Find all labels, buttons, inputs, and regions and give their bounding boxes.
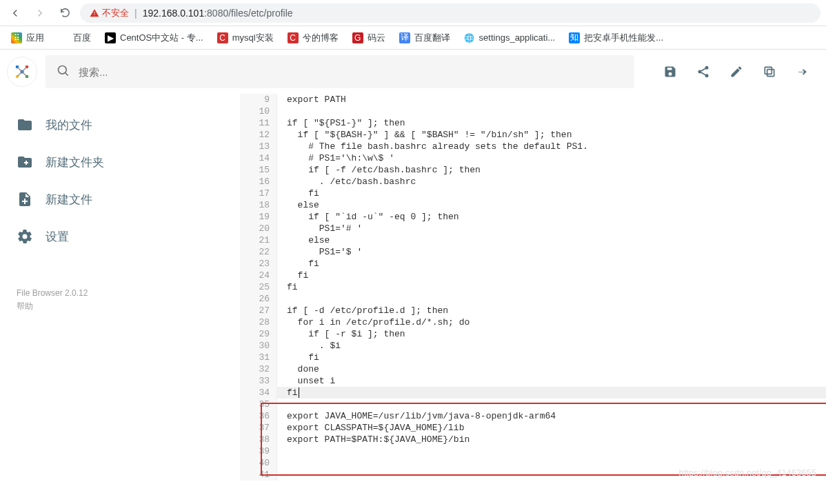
new-folder-icon — [17, 154, 33, 170]
share-button[interactable] — [696, 65, 710, 79]
bookmarks-bar: ⠿应用 ✿百度 ▶CentOS中文站 - 专... Cmysql安装 C兮的博客… — [0, 26, 826, 50]
svg-rect-12 — [767, 70, 774, 77]
bookmark-label: mysql安装 — [232, 32, 274, 44]
reload-button[interactable] — [55, 3, 74, 23]
code-line[interactable] — [277, 445, 826, 457]
code-line[interactable]: export PATH=$PATH:${JAVA_HOME}/bin — [277, 434, 826, 445]
settings-icon — [17, 228, 33, 245]
code-line[interactable]: if [ "${BASH-}" ] && [ "$BASH" != "/bin/… — [277, 129, 826, 141]
zhihu-icon: 知 — [569, 32, 580, 43]
code-line[interactable]: else — [277, 199, 826, 211]
code-line[interactable]: fi — [277, 270, 826, 281]
bookmark-baidu[interactable]: ✿百度 — [52, 29, 97, 47]
save-button[interactable] — [663, 65, 677, 79]
code-line[interactable]: export CLASSPATH=${JAVA_HOME}/lib — [277, 422, 826, 434]
code-line[interactable]: done — [277, 363, 826, 375]
code-line[interactable]: fi — [277, 188, 826, 199]
search-box[interactable] — [46, 55, 634, 88]
bookmark-label: 百度翻译 — [414, 32, 450, 44]
code-area[interactable]: export PATHif [ "${PS1-}" ]; then if [ "… — [277, 94, 826, 481]
code-line[interactable]: . $i — [277, 340, 826, 352]
code-line[interactable] — [277, 293, 826, 305]
bookmark-label: 兮的博客 — [303, 32, 339, 44]
bookmark-label: CentOS中文站 - 专... — [120, 32, 203, 44]
gitee-icon: G — [352, 32, 363, 43]
favicon-icon: C — [288, 32, 299, 43]
sidebar-label: 设置 — [46, 229, 69, 245]
bookmark-label: 应用 — [26, 32, 44, 44]
insecure-badge: 不安全 — [90, 7, 129, 19]
insecure-label: 不安全 — [102, 7, 129, 19]
code-line[interactable]: PS1='$ ' — [277, 246, 826, 258]
bookmark-label: 码云 — [367, 32, 385, 44]
back-button[interactable] — [6, 3, 25, 23]
favicon-icon: C — [217, 32, 228, 43]
code-line[interactable]: else — [277, 234, 826, 246]
bookmark-label: settings_applicati... — [479, 32, 556, 43]
bookmark-android[interactable]: 知把安卓手机性能发... — [563, 29, 669, 47]
app-header — [0, 50, 826, 94]
edit-button[interactable] — [729, 65, 743, 79]
search-input[interactable] — [79, 66, 623, 78]
bookmark-centos[interactable]: ▶CentOS中文站 - 专... — [99, 29, 209, 47]
new-file-icon — [17, 191, 33, 208]
code-line[interactable] — [277, 399, 826, 410]
url-text: 192.168.0.101:8080/files/etc/profile — [143, 8, 293, 19]
svg-point-9 — [705, 66, 709, 70]
forward-arrow-button[interactable] — [796, 65, 809, 79]
bookmark-label: 百度 — [73, 32, 91, 44]
code-line[interactable]: export PATH — [277, 94, 826, 105]
address-bar[interactable]: 不安全 | 192.168.0.101:8080/files/etc/profi… — [80, 3, 820, 23]
sidebar-item-new-folder[interactable]: 新建文件夹 — [12, 143, 233, 181]
app-logo[interactable] — [7, 57, 37, 87]
code-line[interactable]: fi — [277, 387, 826, 399]
action-toolbar — [643, 65, 815, 79]
code-line[interactable]: for i in /etc/profile.d/*.sh; do — [277, 316, 826, 328]
sidebar-label: 新建文件夹 — [46, 154, 104, 170]
bookmark-translate[interactable]: 译百度翻译 — [394, 29, 456, 47]
code-line[interactable]: . /etc/bash.bashrc — [277, 176, 826, 188]
code-line[interactable]: fi — [277, 352, 826, 363]
bookmark-mysql[interactable]: Cmysql安装 — [212, 29, 279, 47]
code-line[interactable]: if [ -f /etc/bash.bashrc ]; then — [277, 164, 826, 176]
baidu-icon: ✿ — [58, 32, 69, 43]
code-line[interactable]: if [ -r $i ]; then — [277, 328, 826, 340]
bookmark-blog[interactable]: C兮的博客 — [282, 29, 344, 47]
centos-icon: ▶ — [105, 32, 116, 43]
code-line[interactable]: export JAVA_HOME=/usr/lib/jvm/java-8-ope… — [277, 410, 826, 422]
bookmark-apps[interactable]: ⠿应用 — [6, 29, 50, 47]
folder-icon — [17, 117, 33, 133]
help-link[interactable]: 帮助 — [17, 300, 233, 313]
watermark-text: https://blog.csdn.net/qq_41463655 — [679, 467, 817, 478]
code-line[interactable]: fi — [277, 281, 826, 293]
code-line[interactable]: if [ "${PS1-}" ]; then — [277, 117, 826, 129]
app-version: File Browser 2.0.12 — [17, 287, 233, 300]
forward-button[interactable] — [30, 3, 50, 23]
apps-icon: ⠿ — [11, 32, 22, 43]
code-line[interactable]: unset i — [277, 375, 826, 387]
code-line[interactable]: # PS1='\h:\w\$ ' — [277, 152, 826, 164]
code-line[interactable]: # The file bash.bashrc already sets the … — [277, 141, 826, 152]
svg-point-10 — [698, 70, 702, 74]
copy-button[interactable] — [763, 65, 776, 79]
code-line[interactable]: if [ -d /etc/profile.d ]; then — [277, 305, 826, 316]
search-icon — [57, 64, 70, 80]
code-editor[interactable]: 9101112131415161718192021222324252627282… — [240, 94, 826, 481]
translate-icon: 译 — [399, 32, 410, 43]
sidebar-item-files[interactable]: 我的文件 — [12, 106, 233, 143]
sidebar: 我的文件 新建文件夹 新建文件 设置 File Browser 2.0.12 帮… — [0, 94, 240, 481]
code-line[interactable]: if [ "`id -u`" -eq 0 ]; then — [277, 211, 826, 223]
sidebar-item-settings[interactable]: 设置 — [12, 218, 233, 255]
sidebar-item-new-file[interactable]: 新建文件 — [12, 181, 233, 218]
code-line[interactable] — [277, 105, 826, 117]
svg-point-11 — [705, 74, 709, 77]
code-line[interactable]: PS1='# ' — [277, 223, 826, 234]
bookmark-label: 把安卓手机性能发... — [584, 32, 663, 44]
bookmark-settings[interactable]: 🌐settings_applicati... — [459, 30, 561, 46]
svg-point-7 — [59, 65, 67, 74]
sidebar-footer: File Browser 2.0.12 帮助 — [12, 287, 233, 313]
svg-rect-13 — [765, 67, 772, 74]
bookmark-gitee[interactable]: G码云 — [347, 29, 391, 47]
code-line[interactable]: fi — [277, 258, 826, 270]
sidebar-label: 新建文件 — [46, 192, 92, 208]
